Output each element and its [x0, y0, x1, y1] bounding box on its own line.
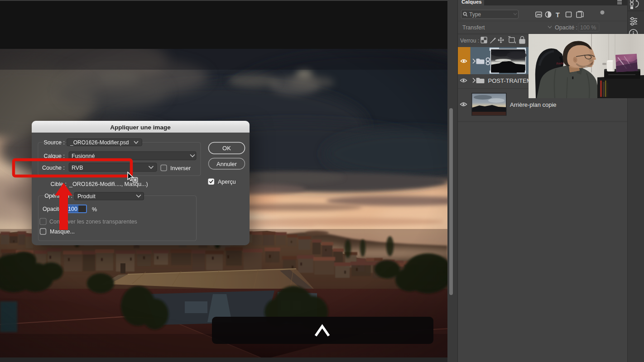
svg-text:_ORO1626-Modifier.psd: _ORO1626-Modifier.psd — [70, 139, 129, 146]
svg-text:Opacité :: Opacité : — [43, 206, 65, 212]
svg-text:Annuler: Annuler — [216, 161, 237, 167]
svg-text:100: 100 — [68, 206, 77, 212]
svg-text:100 %: 100 % — [580, 24, 596, 31]
svg-text:OK: OK — [222, 145, 231, 152]
svg-text:Calques: Calques — [461, 0, 482, 5]
svg-text:Transfert: Transfert — [462, 24, 485, 31]
svg-text:Inverser: Inverser — [170, 165, 191, 171]
svg-text:_ORO1626-Modifi...., Masqu...): _ORO1626-Modifi...., Masqu...) — [69, 181, 148, 187]
svg-text:Source :: Source : — [43, 139, 65, 146]
svg-text:Opacité :: Opacité : — [555, 24, 577, 31]
svg-text:Masque...: Masque... — [50, 229, 75, 235]
svg-text:Cible :: Cible : — [51, 181, 67, 187]
svg-text:Verrou :: Verrou : — [460, 38, 479, 44]
svg-text:Fusionné: Fusionné — [72, 153, 95, 159]
svg-text:Produit: Produit — [77, 193, 96, 200]
svg-text:Couche :: Couche : — [42, 165, 65, 171]
svg-text:T: T — [556, 11, 560, 19]
svg-text:Opération :: Opération : — [44, 193, 72, 199]
svg-text:%: % — [92, 206, 97, 213]
svg-text:Appliquer une image: Appliquer une image — [110, 124, 171, 131]
svg-text:Type: Type — [469, 11, 481, 18]
svg-text:Arrière-plan copie: Arrière-plan copie — [510, 101, 557, 108]
svg-text:Calque :: Calque : — [43, 153, 65, 159]
svg-text:Conserver les zones transparen: Conserver les zones transparentes — [49, 219, 137, 225]
svg-text:Aperçu: Aperçu — [218, 179, 236, 185]
svg-text:Reds: Reds — [556, 62, 563, 65]
svg-text:RVB: RVB — [72, 165, 83, 171]
